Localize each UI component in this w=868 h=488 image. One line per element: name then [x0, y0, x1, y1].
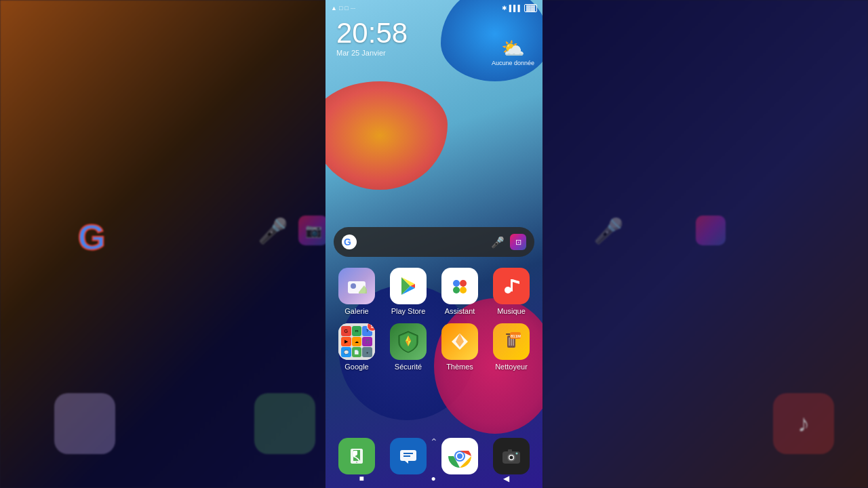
- galerie-icon: [338, 268, 375, 304]
- svg-point-11: [448, 274, 472, 298]
- app-row-1: Galerie Play Store: [331, 268, 537, 315]
- blob-orange: [326, 81, 448, 190]
- nav-back-button[interactable]: ◀: [503, 474, 509, 483]
- google-label: Google: [344, 363, 368, 371]
- themes-label: Thèmes: [446, 363, 473, 371]
- musique-icon: [493, 268, 530, 304]
- svg-text:811M: 811M: [511, 334, 521, 338]
- svg-rect-17: [511, 279, 513, 291]
- weather-label: Aucune donnée: [492, 60, 534, 66]
- status-bar: ▲ □ □ ··· ✱ ▌▌▌ ▓▓: [326, 0, 542, 16]
- clock-date: Mar 25 Janvier: [336, 49, 408, 57]
- svg-text:G: G: [78, 218, 105, 257]
- status-square2-icon: □: [344, 5, 348, 12]
- search-camera-icon[interactable]: ⊡: [510, 234, 526, 250]
- left-cam-icon: 📷: [298, 216, 328, 245]
- search-bar[interactable]: G 🎤 ⊡: [334, 227, 534, 257]
- musique-label: Musique: [497, 307, 526, 315]
- status-square1-icon: □: [339, 5, 342, 12]
- securite-icon: [390, 323, 427, 360]
- nav-bar: ■ ● ◀: [326, 469, 542, 488]
- right-mic-icon: 🎤: [593, 217, 624, 245]
- svg-point-38: [457, 453, 462, 459]
- securite-label: Sécurité: [395, 363, 422, 371]
- google-g-logo: G: [342, 235, 357, 249]
- svg-point-12: [453, 280, 460, 287]
- galerie-label: Galerie: [344, 307, 368, 315]
- app-item-nettoyeur[interactable]: 811M Nettoyeur: [488, 323, 535, 371]
- app-grid: Galerie Play Store: [326, 268, 542, 379]
- app-row-2: G m ? ▶ ☁ 🎵 💬 📄 + 5 Google: [331, 323, 537, 371]
- left-google-logo: G G: [68, 210, 122, 264]
- app-item-google[interactable]: G m ? ▶ ☁ 🎵 💬 📄 + 5 Google: [333, 323, 380, 371]
- right-blurred-panel: 🎤 ♪: [542, 0, 868, 488]
- nav-square-icon: ■: [359, 474, 363, 483]
- status-arrow-icon: ▲: [331, 5, 337, 12]
- app-item-musique[interactable]: Musique: [488, 268, 535, 315]
- left-playstore-thumb: [254, 393, 315, 454]
- weather-icon: ⛅: [501, 37, 525, 60]
- playstore-icon: [390, 268, 427, 304]
- playstore-label: Play Store: [391, 307, 426, 315]
- app-item-themes[interactable]: Thèmes: [436, 323, 484, 371]
- svg-point-14: [453, 287, 460, 293]
- google-folder-icon: G m ? ▶ ☁ 🎵 💬 📄 + 5: [338, 323, 375, 360]
- signal-icon: ▌▌▌: [509, 5, 522, 12]
- search-mic-icon[interactable]: 🎤: [491, 236, 505, 249]
- app-item-galerie[interactable]: Galerie: [333, 268, 380, 315]
- svg-text:G: G: [344, 237, 351, 247]
- svg-point-30: [356, 462, 357, 463]
- svg-marker-18: [513, 279, 519, 284]
- svg-point-13: [460, 280, 467, 287]
- nav-square-button[interactable]: ■: [359, 474, 363, 483]
- themes-icon: [441, 323, 478, 360]
- clock-widget: 20:58 Mar 25 Janvier: [336, 19, 408, 57]
- svg-point-15: [460, 287, 467, 293]
- svg-point-5: [351, 283, 356, 289]
- svg-point-44: [516, 453, 518, 455]
- left-blurred-panel: G G 🎤 📷: [0, 0, 326, 488]
- right-cam-icon: [696, 216, 726, 245]
- svg-rect-43: [508, 449, 512, 452]
- left-gallery-thumb: [54, 393, 115, 454]
- right-tiktok-thumb: ♪: [773, 393, 834, 454]
- weather-widget: ⛅ Aucune donnée: [492, 37, 534, 66]
- left-mic-icon: 🎤: [258, 217, 288, 245]
- assistant-icon: [441, 268, 478, 304]
- status-dots-icon: ···: [351, 5, 356, 12]
- app-item-assistant[interactable]: Assistant: [436, 268, 484, 315]
- phone-screen: ▲ □ □ ··· ✱ ▌▌▌ ▓▓ 20:58 Mar 25 Janvier …: [326, 0, 542, 488]
- assistant-label: Assistant: [445, 307, 475, 315]
- nettoyeur-icon: 811M: [493, 323, 530, 360]
- nav-back-icon: ◀: [503, 474, 509, 483]
- clock-time: 20:58: [336, 19, 408, 47]
- nettoyeur-label: Nettoyeur: [495, 363, 528, 371]
- bluetooth-icon: ✱: [502, 5, 507, 12]
- svg-point-42: [510, 456, 513, 460]
- svg-marker-34: [405, 461, 408, 464]
- nav-home-button[interactable]: ●: [431, 474, 435, 483]
- battery-icon: ▓▓: [524, 4, 537, 12]
- app-item-securite[interactable]: Sécurité: [384, 323, 432, 371]
- svg-point-16: [505, 287, 511, 293]
- status-right: ✱ ▌▌▌ ▓▓: [502, 4, 537, 12]
- nav-circle-icon: ●: [431, 474, 435, 483]
- status-left: ▲ □ □ ···: [331, 5, 355, 12]
- app-item-playstore[interactable]: Play Store: [384, 268, 432, 315]
